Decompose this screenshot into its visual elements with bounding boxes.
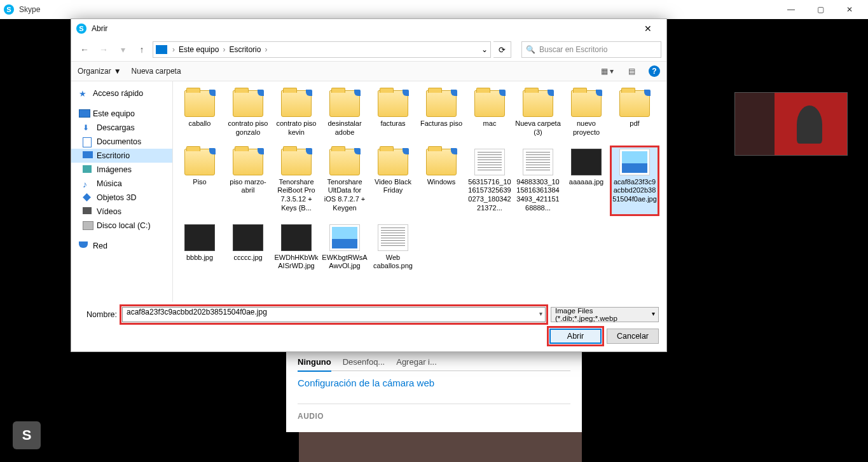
dialog-close-button[interactable]: ✕	[635, 20, 661, 37]
file-item[interactable]: Piso	[176, 146, 224, 215]
skype-titlebar: S Skype — ▢ ✕	[0, 0, 868, 19]
file-name: 56315716_10161573256390273_18034221372..…	[467, 178, 513, 213]
recent-dropdown[interactable]: ▾	[114, 41, 131, 58]
folder-icon	[233, 90, 263, 117]
sidebar-documents[interactable]: Documentos	[71, 135, 172, 149]
breadcrumb[interactable]: › Este equipo › Escritorio › ⌄	[153, 41, 491, 58]
file-item[interactable]: caballo	[176, 88, 224, 140]
file-item[interactable]: Nueva carpeta (3)	[514, 88, 562, 140]
sidebar: Acceso rápido Este equipo Descargas Docu…	[71, 81, 173, 302]
file-item[interactable]: pdf	[610, 88, 659, 140]
file-item[interactable]: contrato piso gonzalo	[224, 88, 272, 140]
file-item[interactable]: nuevo proyecto	[562, 88, 610, 140]
file-item[interactable]: contrato piso kevin	[272, 88, 320, 140]
search-input[interactable]: 🔍 Buscar en Escritorio	[521, 41, 661, 58]
file-thumbnail-icon	[378, 224, 408, 251]
tab-add-image[interactable]: Agregar i...	[396, 357, 437, 367]
chevron-right-icon: ›	[223, 45, 225, 54]
breadcrumb-location[interactable]: Escritorio	[229, 45, 261, 54]
organize-button[interactable]: Organizar ▼	[78, 67, 121, 76]
skype-taskbar-icon[interactable]: S	[13, 421, 41, 449]
file-item[interactable]: Facturas piso	[417, 88, 465, 140]
file-item[interactable]: Windows	[417, 146, 465, 215]
search-icon: 🔍	[526, 45, 535, 54]
cancel-button[interactable]: Cancelar	[607, 329, 659, 344]
file-name: Tenorshare ReiBoot Pro 7.3.5.12 + Keys {…	[273, 178, 319, 213]
dialog-nav: ← → ▾ ↑ › Este equipo › Escritorio › ⌄ ⟳…	[71, 38, 666, 61]
skype-logo-icon: S	[4, 4, 14, 15]
folder-icon	[426, 149, 457, 175]
music-icon	[83, 179, 93, 188]
file-name: Video Black Friday	[370, 178, 416, 196]
file-name: Nueva carpeta (3)	[515, 119, 561, 137]
folder-icon	[474, 90, 505, 117]
file-name: piso marzo-abril	[225, 178, 271, 196]
file-item[interactable]: EWDhHKbWkAISrWD.jpg	[272, 222, 320, 274]
forward-button[interactable]: →	[95, 41, 112, 58]
sidebar-3d-objects[interactable]: Objetos 3D	[71, 191, 172, 205]
sidebar-quick-access[interactable]: Acceso rápido	[71, 86, 172, 100]
folder-icon	[523, 90, 553, 117]
sidebar-desktop[interactable]: Escritorio	[71, 149, 172, 163]
file-item[interactable]: Tenorshare ReiBoot Pro 7.3.5.12 + Keys {…	[272, 146, 320, 215]
sidebar-downloads[interactable]: Descargas	[71, 121, 172, 135]
tab-none[interactable]: Ninguno	[298, 357, 331, 372]
sidebar-pictures[interactable]: Imágenes	[71, 163, 172, 177]
preview-pane-icon[interactable]: ▤	[624, 64, 638, 78]
up-button[interactable]: ↑	[134, 41, 150, 58]
sidebar-music[interactable]: Música	[71, 177, 172, 191]
refresh-button[interactable]: ⟳	[493, 41, 511, 58]
help-icon[interactable]: ?	[649, 65, 660, 77]
webcam-settings-link[interactable]: Configuración de la cámara web	[298, 377, 570, 388]
minimize-button[interactable]: —	[776, 0, 806, 19]
file-name: Piso	[177, 178, 223, 187]
file-name: Windows	[418, 178, 464, 187]
view-options-icon[interactable]: ▦ ▾	[600, 64, 614, 78]
chevron-right-icon: ›	[172, 45, 175, 54]
file-thumbnail-icon	[571, 149, 602, 175]
search-placeholder: Buscar en Escritorio	[539, 45, 607, 54]
file-item[interactable]: mac	[465, 88, 514, 140]
chevron-down-icon[interactable]: ▾	[539, 310, 542, 317]
file-item[interactable]: acaf8a23f3c9acbbd202b3851504f0ae.jpg	[610, 146, 659, 215]
file-item[interactable]: desinstalar adobe	[320, 88, 369, 140]
new-folder-button[interactable]: Nueva carpeta	[132, 67, 181, 76]
folder-icon	[426, 90, 457, 117]
file-item[interactable]: 94883303_10158163613843493_42115168888..…	[514, 146, 562, 215]
folder-icon	[281, 149, 312, 175]
documents-icon	[83, 137, 93, 146]
tab-blur[interactable]: Desenfoq...	[343, 357, 385, 367]
objects3d-icon	[83, 193, 93, 202]
sidebar-videos[interactable]: Vídeos	[71, 205, 172, 219]
file-item[interactable]: facturas	[369, 88, 417, 140]
file-item[interactable]: bbbb.jpg	[176, 222, 224, 274]
file-thumbnail-icon	[474, 149, 505, 175]
folder-icon	[329, 149, 360, 175]
file-item[interactable]: piso marzo-abril	[224, 146, 272, 215]
file-list[interactable]: caballocontrato piso gonzalocontrato pis…	[173, 81, 666, 302]
file-item[interactable]: Tenorshare UltData for iOS 8.7.2.7 + Key…	[320, 146, 369, 215]
open-button[interactable]: Abrir	[549, 329, 602, 344]
file-type-filter[interactable]: Image Files (*.dib;*.jpeg;*.webp	[551, 307, 659, 322]
file-thumbnail-icon	[281, 224, 312, 251]
file-name: Facturas piso	[418, 119, 464, 128]
maximize-button[interactable]: ▢	[806, 0, 835, 19]
pc-icon	[79, 109, 89, 118]
file-item[interactable]: Video Black Friday	[369, 146, 417, 215]
breadcrumb-pc[interactable]: Este equipo	[179, 45, 219, 54]
file-item[interactable]: Web caballos.png	[369, 222, 417, 274]
file-item[interactable]: ccccc.jpg	[224, 222, 272, 274]
sidebar-network[interactable]: Red	[71, 239, 172, 253]
file-name: EWKbgtRWsAAwvOl.jpg	[322, 254, 368, 271]
filename-label: Nombre:	[79, 310, 117, 319]
filename-input[interactable]: acaf8a23f3c9acbbd202b3851504f0ae.jpg ▾	[122, 307, 546, 322]
file-name: pdf	[612, 119, 658, 128]
back-button[interactable]: ←	[76, 41, 93, 58]
file-item[interactable]: aaaaaa.jpg	[562, 146, 610, 215]
sidebar-this-pc[interactable]: Este equipo	[71, 107, 172, 121]
sidebar-local-disk[interactable]: Disco local (C:)	[71, 219, 172, 233]
close-button[interactable]: ✕	[835, 0, 864, 19]
file-item[interactable]: EWKbgtRWsAAwvOl.jpg	[320, 222, 369, 274]
breadcrumb-dropdown-icon[interactable]: ⌄	[481, 45, 488, 54]
file-item[interactable]: 56315716_10161573256390273_18034221372..…	[465, 146, 514, 215]
